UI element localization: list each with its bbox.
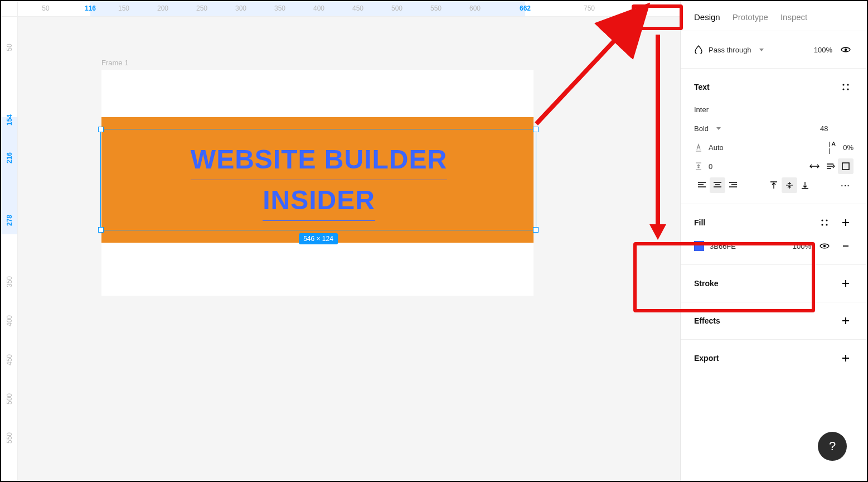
svg-line-11	[536, 32, 623, 124]
help-button[interactable]: ?	[818, 432, 847, 461]
annotation-arrow-icon	[1, 1, 868, 482]
